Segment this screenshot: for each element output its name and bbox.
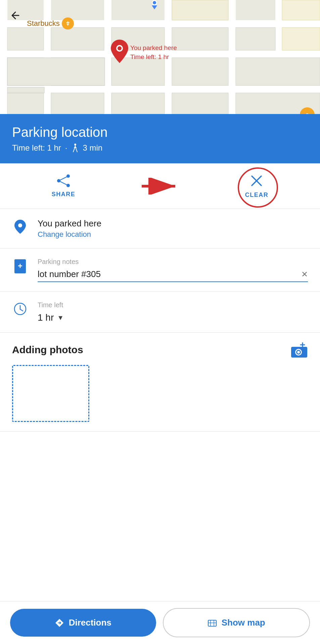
time-select-row: 1 hr ▼ (38, 312, 308, 323)
notes-input[interactable] (38, 269, 301, 279)
photo-placeholder (12, 365, 89, 422)
clear-label: CLEAR (245, 192, 269, 199)
map-view: Starbucks You parked here Time left: 1 h… (0, 0, 320, 114)
parking-notes-row: + Parking notes ✕ (0, 249, 320, 292)
starbucks-poi: Starbucks (27, 17, 74, 30)
add-photo-button[interactable] (290, 342, 308, 358)
clock-icon (12, 301, 28, 315)
svg-rect-22 (236, 58, 320, 86)
svg-rect-29 (7, 87, 44, 93)
svg-rect-8 (228, 0, 236, 114)
photos-title: Adding photos (12, 344, 83, 356)
svg-rect-21 (172, 58, 228, 86)
clear-button-wrapper: CLEAR (245, 173, 269, 199)
annotation-arrow (138, 178, 182, 195)
svg-rect-24 (51, 93, 104, 114)
parked-here-row: You parked here Change location (0, 209, 320, 249)
notes-icon: + (12, 258, 28, 274)
svg-rect-17 (282, 0, 320, 20)
time-left-row: Time left 1 hr ▼ (0, 292, 320, 333)
svg-point-35 (74, 144, 76, 146)
svg-point-56 (297, 351, 300, 354)
action-buttons-row: SHARE CLEAR (0, 163, 320, 209)
photos-header: Adding photos (12, 342, 308, 358)
parking-header-title: Parking location (12, 125, 308, 140)
notes-content: Parking notes ✕ (38, 258, 308, 282)
back-button[interactable] (9, 9, 21, 23)
svg-text:+: + (18, 261, 22, 270)
svg-rect-26 (172, 93, 228, 114)
directions-button[interactable]: Directions (10, 609, 156, 637)
change-location-link[interactable]: Change location (38, 230, 308, 239)
share-button[interactable]: SHARE (52, 174, 76, 198)
bottom-action-bar: Directions Show map (0, 601, 320, 644)
svg-rect-28 (7, 58, 105, 86)
svg-rect-15 (236, 28, 275, 50)
svg-rect-25 (111, 93, 165, 114)
parked-here-text: You parked here (38, 218, 308, 229)
parking-pin (111, 40, 128, 64)
time-label: Time left (38, 301, 308, 309)
location-icon (12, 218, 28, 234)
parking-location-header: Parking location Time left: 1 hr · 3 min (0, 114, 320, 163)
svg-point-32 (118, 46, 122, 50)
svg-line-39 (59, 176, 68, 181)
svg-rect-11 (51, 28, 104, 50)
svg-line-40 (59, 181, 68, 185)
svg-rect-13 (172, 0, 228, 20)
show-map-button[interactable]: Show map (163, 608, 310, 637)
svg-rect-6 (104, 0, 111, 114)
time-value: 1 hr (38, 312, 54, 323)
time-content: Time left 1 hr ▼ (38, 301, 308, 323)
share-label: SHARE (52, 191, 76, 198)
svg-rect-14 (172, 28, 228, 50)
directions-label: Directions (69, 618, 111, 628)
starbucks-icon (62, 17, 74, 30)
svg-line-50 (20, 309, 23, 311)
walk-icon (72, 143, 79, 153)
svg-rect-5 (44, 0, 51, 114)
svg-rect-10 (7, 28, 44, 50)
notes-clear-button[interactable]: ✕ (301, 270, 308, 279)
show-map-label: Show map (222, 618, 265, 628)
clear-button[interactable]: CLEAR (245, 173, 269, 199)
current-location-dot (152, 0, 157, 9)
svg-point-45 (18, 223, 22, 227)
time-dropdown-arrow[interactable]: ▼ (57, 314, 64, 322)
notes-input-row: ✕ (38, 269, 308, 282)
parking-header-subtitle: Time left: 1 hr · 3 min (12, 143, 308, 153)
parked-here-content: You parked here Change location (38, 218, 308, 239)
svg-rect-16 (282, 28, 320, 50)
svg-text:P: P (306, 113, 309, 114)
svg-rect-23 (7, 93, 44, 114)
parking-pin-label: You parked here Time left: 1 hr (130, 44, 177, 61)
svg-rect-57 (208, 620, 216, 626)
photos-section: Adding photos (0, 333, 320, 432)
svg-rect-4 (0, 0, 7, 114)
notes-label: Parking notes (38, 258, 308, 266)
